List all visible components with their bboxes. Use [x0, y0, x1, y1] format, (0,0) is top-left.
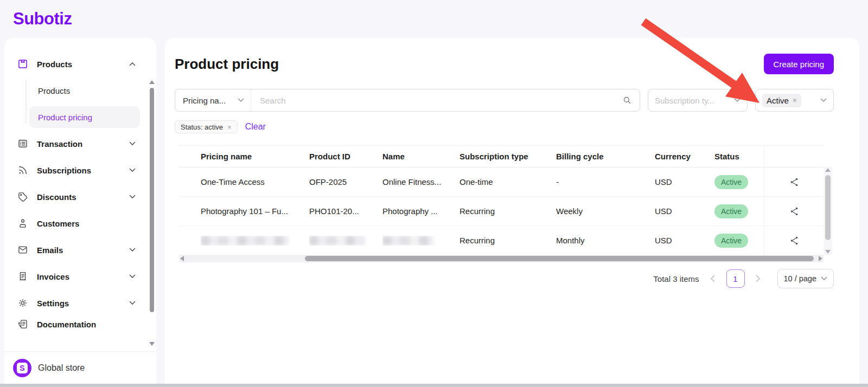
status-badge: Active: [714, 175, 748, 189]
sidebar-item-emails[interactable]: Emails: [11, 239, 140, 261]
sidebar-item-product-pricing[interactable]: Product pricing: [29, 106, 140, 128]
applied-filter-label: Status: active: [181, 123, 223, 131]
cell-billing-cycle: Weekly: [556, 207, 655, 216]
scroll-down-arrow[interactable]: [825, 250, 831, 254]
cell-currency: USD: [655, 236, 714, 245]
sidebar-item-products[interactable]: Products: [11, 53, 140, 75]
table-actions-column: [764, 145, 824, 255]
products-subnav: Products Product pricing: [11, 80, 140, 128]
share-icon: [789, 206, 800, 217]
table-vertical-scrollbar[interactable]: [824, 167, 832, 255]
store-badge-letter: S: [17, 363, 28, 373]
sidebar-item-documentation[interactable]: Documentation: [11, 313, 140, 335]
scroll-up-arrow[interactable]: [149, 80, 155, 84]
scroll-up-arrow[interactable]: [825, 168, 831, 172]
cell-status: Active: [714, 234, 764, 248]
chevron-up-icon: [129, 62, 136, 66]
sidebar-item-label: Product pricing: [38, 113, 92, 122]
chevron-down-icon: [129, 168, 136, 172]
rss-icon: [17, 165, 28, 176]
cell-name: Online Fitness...: [382, 177, 459, 186]
cell-pricing-name: [201, 236, 309, 246]
scroll-left-arrow[interactable]: [180, 256, 184, 261]
sidebar-item-label: Products: [38, 86, 70, 95]
sidebar-item-transaction[interactable]: Transaction: [11, 133, 140, 154]
sidebar-item-products-sub[interactable]: Products: [29, 80, 140, 101]
subscription-type-placeholder: Subscription ty...: [655, 96, 734, 105]
cell-status: Active: [714, 204, 764, 218]
store-label: Global store: [38, 363, 85, 373]
sidebar-item-subscriptions[interactable]: Subscriptions: [11, 159, 140, 181]
cell-billing-cycle: -: [556, 177, 655, 186]
column-header: Subscription type: [459, 152, 556, 161]
sidebar-item-settings[interactable]: Settings: [11, 292, 140, 308]
search-field-select[interactable]: Pricing na...: [175, 89, 251, 111]
status-selected-tag: Active ×: [762, 94, 801, 107]
sidebar-item-label: Settings: [37, 299, 129, 308]
page-size-select[interactable]: 10 / page: [777, 269, 834, 288]
cell-name: [382, 236, 459, 246]
page-title: Product pricing: [175, 56, 279, 73]
table-actions-cell: [764, 197, 824, 226]
chevron-down-icon: [129, 274, 136, 279]
sidebar-scrollbar[interactable]: [149, 79, 155, 347]
sidebar-item-discounts[interactable]: Discounts: [11, 186, 140, 208]
cell-currency: USD: [655, 207, 714, 216]
sidebar-item-label: Documentation: [37, 320, 136, 329]
chevron-left-icon: [710, 275, 715, 282]
remove-status-tag-icon[interactable]: ×: [793, 96, 797, 105]
redacted-cell: [382, 236, 433, 246]
title-row: Product pricing Create pricing: [175, 53, 834, 75]
sidebar-item-label: Subscriptions: [37, 166, 129, 175]
cell-currency: USD: [655, 177, 714, 186]
chevron-right-icon: [756, 275, 761, 282]
share-icon: [789, 235, 800, 246]
share-button[interactable]: [788, 176, 800, 188]
status-badge: Active: [714, 204, 748, 218]
scroll-down-arrow[interactable]: [149, 342, 155, 346]
pricing-table: Pricing name Product ID Name Subscriptio…: [179, 145, 832, 255]
chevron-down-icon: [820, 98, 827, 102]
table-scroll-area: Pricing name Product ID Name Subscriptio…: [179, 145, 764, 255]
invoice-icon: [17, 271, 28, 282]
share-icon: [789, 177, 800, 188]
share-button[interactable]: [788, 205, 800, 217]
pagination-prev-button[interactable]: [707, 270, 719, 287]
window-bottom-scrollbar[interactable]: [0, 384, 868, 387]
sidebar-item-label: Emails: [37, 246, 129, 255]
search-input[interactable]: [259, 95, 622, 106]
scroll-right-arrow[interactable]: [819, 256, 822, 261]
table-row: One-Time Access OFP-2025 Online Fitness.…: [179, 167, 764, 197]
gear-icon: [17, 298, 28, 308]
pagination-page-1[interactable]: 1: [726, 269, 745, 288]
status-select[interactable]: Active ×: [755, 89, 834, 112]
clear-filters-link[interactable]: Clear: [245, 122, 266, 132]
pagination: Total 3 items 1 10 / page: [175, 269, 834, 288]
scrollbar-thumb[interactable]: [305, 256, 814, 261]
scrollbar-thumb[interactable]: [825, 175, 831, 240]
scrollbar-thumb[interactable]: [150, 88, 154, 312]
actions-header-spacer: [764, 146, 824, 167]
create-pricing-button[interactable]: Create pricing: [764, 54, 834, 74]
cell-product-id: [309, 236, 382, 246]
chevron-down-icon: [129, 248, 136, 252]
sidebar-item-invoices[interactable]: Invoices: [11, 266, 140, 287]
chevron-down-icon: [129, 141, 136, 146]
sidebar-item-customers[interactable]: Customers: [11, 212, 140, 234]
global-store-switcher[interactable]: S Global store: [4, 351, 156, 384]
chevron-down-icon: [238, 98, 244, 102]
subscription-type-select[interactable]: Subscription ty...: [648, 89, 748, 112]
pagination-total: Total 3 items: [653, 274, 699, 283]
sidebar-item-label: Invoices: [37, 272, 129, 281]
column-header: Currency: [655, 152, 714, 161]
sidebar-item-label: Transaction: [37, 139, 129, 149]
table-row: Recurring Monthly USD Active: [179, 226, 764, 255]
share-button[interactable]: [788, 235, 800, 247]
column-header: Product ID: [309, 152, 382, 161]
cell-name: Photography ...: [382, 207, 459, 216]
remove-filter-icon[interactable]: ×: [227, 123, 232, 131]
chevron-down-icon: [129, 195, 136, 199]
pagination-next-button[interactable]: [752, 270, 764, 287]
app-logo[interactable]: Subotiz: [13, 9, 72, 29]
table-horizontal-scrollbar[interactable]: [179, 255, 824, 262]
